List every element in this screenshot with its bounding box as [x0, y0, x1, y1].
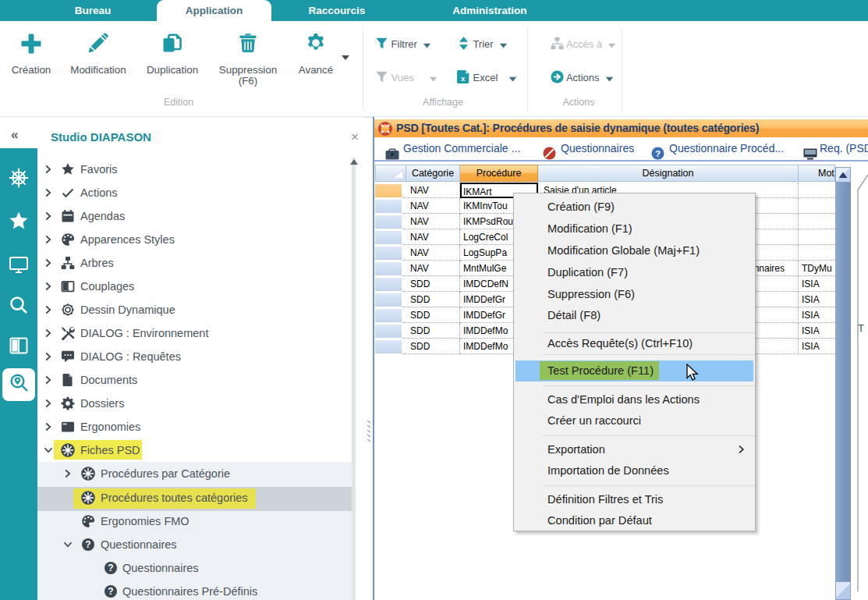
svg-text:?: ? — [655, 149, 661, 158]
svg-text:x: x — [461, 75, 466, 83]
